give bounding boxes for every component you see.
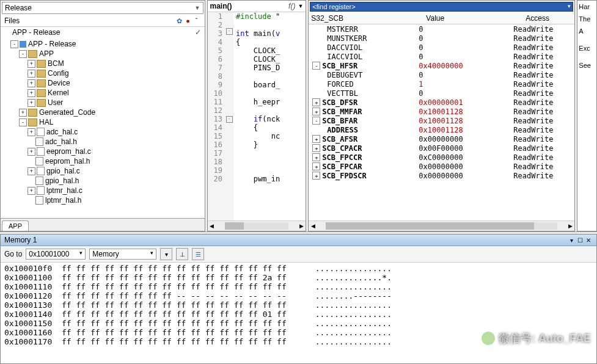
fold-column[interactable]: -- xyxy=(226,12,233,220)
register-row[interactable]: DEBUGEVT0ReadWrite xyxy=(309,70,574,79)
tree-item[interactable]: +eeprom_hal.c xyxy=(2,147,205,156)
register-row[interactable]: DACCVIOL0ReadWrite xyxy=(309,43,574,52)
register-row[interactable]: +SCB_FPCCR0xC0000000ReadWrite xyxy=(309,153,574,162)
col-access[interactable]: Access xyxy=(523,13,574,24)
register-row[interactable]: IACCVIOL0ReadWrite xyxy=(309,52,574,61)
col-value[interactable]: Value xyxy=(423,13,523,24)
tree-item[interactable]: lptmr_hal.h xyxy=(2,195,205,205)
mode-combo[interactable]: Memory ▾ xyxy=(89,249,156,260)
memory-row[interactable]: 0x10001150 ff ff ff ff ff ff ff ff ff ff… xyxy=(4,319,593,328)
register-row[interactable]: -SCB_HFSR0x40000000ReadWrite xyxy=(309,61,574,70)
register-row[interactable]: -SCB_BFAR0x10001128ReadWrite xyxy=(309,116,574,125)
dropdown-icon[interactable]: ▾ xyxy=(567,237,576,244)
memory-row[interactable]: 0x10001120 ff ff ff ff ff ff ff ff -- --… xyxy=(4,291,593,300)
close-icon[interactable]: ✕ xyxy=(584,237,593,244)
expand-icon[interactable]: + xyxy=(312,144,320,152)
expand-icon[interactable]: + xyxy=(312,98,320,106)
register-value: 0x00000000 xyxy=(419,172,513,180)
chevron-down-icon[interactable]: ▼ xyxy=(298,3,303,9)
editor-hscroll[interactable]: ◀ ▶ xyxy=(208,220,306,231)
tree-item[interactable]: gpio_hal.h xyxy=(2,176,205,186)
tree-item[interactable]: -APP xyxy=(2,49,205,59)
expand-icon[interactable]: + xyxy=(27,148,35,156)
register-name: SCB_FPCCR xyxy=(322,153,362,162)
file-tree[interactable]: -APP - Release-APP+BCM+Config+Device+Ker… xyxy=(1,38,205,218)
expand-icon[interactable]: + xyxy=(27,128,35,136)
register-row[interactable]: MSTKERR0ReadWrite xyxy=(309,24,574,34)
expand-icon[interactable]: - xyxy=(10,40,18,48)
expand-icon[interactable]: + xyxy=(27,167,35,175)
expand-icon[interactable]: + xyxy=(27,99,35,107)
function-icon[interactable]: f() xyxy=(288,2,295,10)
register-rows[interactable]: MSTKERR0ReadWriteMUNSTKERR0ReadWriteDACC… xyxy=(309,24,574,220)
expand-icon[interactable]: + xyxy=(19,109,27,117)
memory-row[interactable]: 0x10001160 ff ff ff ff ff ff ff ff ff ff… xyxy=(4,328,593,337)
expand-icon[interactable]: + xyxy=(312,162,320,170)
mem-tool-1[interactable]: ▾ xyxy=(160,248,172,260)
register-row[interactable]: FORCED1ReadWrite xyxy=(309,79,574,89)
gear-icon[interactable]: ✿ xyxy=(175,17,184,25)
memory-row[interactable]: 0x10001110 ff ff ff ff ff ff ff ff ff ff… xyxy=(4,282,593,291)
register-row[interactable]: MUNSTKERR0ReadWrite xyxy=(309,34,574,43)
expand-icon[interactable]: + xyxy=(312,153,320,161)
memory-dump[interactable]: 0x100010f0 ff ff ff ff ff ff ff ff ff ff… xyxy=(1,263,596,363)
expand-icon[interactable]: - xyxy=(312,62,320,70)
expand-icon[interactable]: + xyxy=(27,70,35,78)
tree-item[interactable]: +lptmr_hal.c xyxy=(2,186,205,195)
memory-row[interactable]: 0x100010f0 ff ff ff ff ff ff ff ff ff ff… xyxy=(4,264,593,273)
register-row[interactable]: VECTTBL0ReadWrite xyxy=(309,89,574,98)
expand-icon[interactable]: - xyxy=(19,50,27,58)
tree-item[interactable]: +Device xyxy=(2,78,205,88)
register-row[interactable]: +SCB_FPCAR0x00000000ReadWrite xyxy=(309,162,574,171)
register-row[interactable]: ADDRESS0x10001128ReadWrite xyxy=(309,125,574,134)
expand-icon[interactable]: + xyxy=(312,135,320,143)
tree-item[interactable]: +BCM xyxy=(2,59,205,68)
tree-item[interactable]: +Generated_Code xyxy=(2,107,205,117)
code-area[interactable]: #include " int main(v{ CLOCK_ CLOCK_ PIN… xyxy=(233,12,306,220)
tree-item-label: gpio_hal.h xyxy=(45,176,79,186)
tree-item[interactable]: +adc_hal.c xyxy=(2,127,205,137)
memory-row[interactable]: 0x10001130 ff ff ff ff ff ff ff ff ff ff… xyxy=(4,300,593,310)
register-row[interactable]: +SCB_MMFAR0x10001128ReadWrite xyxy=(309,107,574,116)
tree-item[interactable]: -APP - Release xyxy=(2,39,205,49)
mem-tool-3[interactable]: ☰ xyxy=(192,248,204,260)
register-value: 0x00F00000 xyxy=(419,144,513,153)
expand-icon[interactable]: + xyxy=(27,79,35,87)
expand-icon[interactable]: - xyxy=(19,118,27,126)
expand-icon[interactable]: + xyxy=(27,187,35,195)
tree-item[interactable]: -HAL xyxy=(2,117,205,127)
tree-item[interactable]: +Kernel xyxy=(2,88,205,98)
tree-item[interactable]: +User xyxy=(2,98,205,107)
folder-icon xyxy=(37,70,46,78)
memory-row[interactable]: 0x10001140 ff ff ff ff ff ff ff ff ff ff… xyxy=(4,310,593,319)
registers-hscroll[interactable]: ◀ ▶ xyxy=(309,220,574,231)
memory-row[interactable]: 0x10001170 ff ff ff ff ff ff ff ff ff ff… xyxy=(4,337,593,346)
config-combo[interactable]: Release ▼ xyxy=(2,2,203,14)
find-register-combo[interactable]: <find register> ▾ xyxy=(310,2,573,12)
tab-app[interactable]: APP xyxy=(2,220,29,231)
check-icon: ✓ xyxy=(195,28,201,37)
tree-item[interactable]: +gpio_hal.c xyxy=(2,166,205,176)
record-icon[interactable]: ● xyxy=(184,17,192,24)
expand-icon[interactable]: - xyxy=(312,117,320,125)
register-row[interactable]: +SCB_DFSR0x00000001ReadWrite xyxy=(309,98,574,107)
project-name[interactable]: APP - Release xyxy=(12,28,60,37)
pin-icon[interactable]: ☐ xyxy=(576,237,584,244)
scroll-up-icon[interactable]: ˆ xyxy=(192,17,201,24)
register-row[interactable]: +SCB_FPDSCR0x00000000ReadWrite xyxy=(309,171,574,180)
mem-tool-2[interactable]: ⊥ xyxy=(176,248,188,260)
col-name[interactable]: S32_SCB xyxy=(309,13,423,24)
expand-icon[interactable]: + xyxy=(27,60,35,68)
register-row[interactable]: +SCB_AFSR0x00000000ReadWrite xyxy=(309,134,574,144)
tree-item[interactable]: +Config xyxy=(2,68,205,78)
tree-item[interactable]: adc_hal.h xyxy=(2,137,205,147)
register-row[interactable]: +SCB_CPACR0x00F00000ReadWrite xyxy=(309,144,574,153)
tree-item-label: BCM xyxy=(48,59,64,68)
memory-row[interactable]: 0x10001100 ff ff ff ff ff ff ff ff ff ff… xyxy=(4,273,593,282)
tree-item[interactable]: eeprom_hal.h xyxy=(2,156,205,166)
expand-icon[interactable]: + xyxy=(312,107,320,115)
expand-icon[interactable]: + xyxy=(312,172,320,180)
memory-title: Memory 1 xyxy=(4,236,567,244)
goto-input[interactable]: 0x10001000 ▾ xyxy=(26,249,86,260)
expand-icon[interactable]: + xyxy=(27,89,35,97)
